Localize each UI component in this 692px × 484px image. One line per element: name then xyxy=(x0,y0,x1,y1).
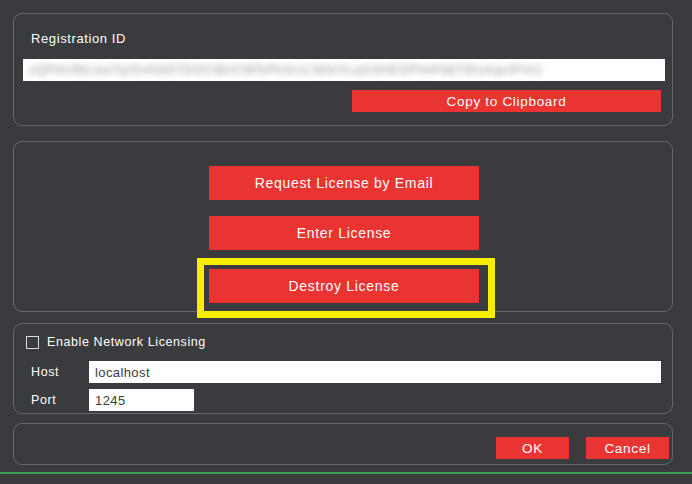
network-licensing-panel: Enable Network Licensing Host Port xyxy=(13,323,673,414)
footer-panel: OK Cancel xyxy=(13,423,673,465)
cancel-button[interactable]: Cancel xyxy=(586,437,669,459)
enable-network-licensing-row: Enable Network Licensing xyxy=(26,335,206,349)
port-input[interactable] xyxy=(89,389,194,411)
registration-id-field[interactable]: xQPdU9kLba7tjrDxHG8TDGCiBzCWfhPk3ccLN0eV… xyxy=(23,59,665,81)
host-label: Host xyxy=(31,365,59,379)
ok-button[interactable]: OK xyxy=(496,437,569,459)
registration-panel: Registration ID xQPdU9kLba7tjrDxHG8TDGCi… xyxy=(13,13,673,126)
port-label: Port xyxy=(31,393,56,407)
license-dialog: Registration ID xQPdU9kLba7tjrDxHG8TDGCi… xyxy=(0,0,692,484)
enable-network-licensing-label: Enable Network Licensing xyxy=(47,335,206,349)
green-bottom-line xyxy=(0,472,692,474)
license-actions-panel: Request License by Email Enter License D… xyxy=(13,141,673,312)
host-input[interactable] xyxy=(89,361,661,383)
registration-id-redacted-value: xQPdU9kLba7tjrDxHG8TDGCiBzCWfhPk3ccLN0eV… xyxy=(29,63,542,77)
destroy-license-button[interactable]: Destroy License xyxy=(209,269,479,303)
copy-to-clipboard-button[interactable]: Copy to Clipboard xyxy=(352,90,661,112)
registration-id-label: Registration ID xyxy=(31,31,126,46)
request-license-by-email-button[interactable]: Request License by Email xyxy=(209,166,479,200)
enable-network-licensing-checkbox[interactable] xyxy=(26,336,39,349)
enter-license-button[interactable]: Enter License xyxy=(209,216,479,250)
